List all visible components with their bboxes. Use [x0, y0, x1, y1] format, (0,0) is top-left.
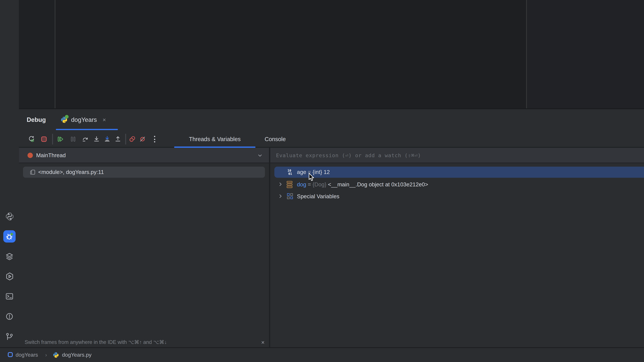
variable-row-age[interactable]: 1001 age = {int} 12	[270, 167, 644, 178]
tab-threads-variables-label: Threads & Variables	[189, 136, 241, 142]
step-over-icon[interactable]	[82, 136, 89, 142]
project-module-icon	[8, 352, 13, 357]
editor-area[interactable]	[19, 0, 644, 108]
variable-value: <__main__.Dog object at 0x103e212e0>	[328, 181, 428, 188]
special-variables-icon	[287, 193, 293, 199]
mouse-cursor	[308, 173, 315, 184]
close-icon[interactable]: ×	[103, 116, 106, 123]
stack-frame-label: <module>, dogYears.py:11	[38, 167, 104, 178]
chevron-right-icon[interactable]	[278, 181, 284, 188]
close-icon[interactable]: ×	[261, 337, 265, 348]
step-into-icon[interactable]	[93, 136, 100, 142]
tab-dogyears-label: dogYears	[71, 116, 97, 123]
editor-gutter	[19, 0, 55, 108]
tool-window-title: Debug	[27, 109, 46, 130]
status-bar: dogYears › dogYears.py	[0, 347, 644, 362]
version-control-icon[interactable]	[4, 331, 15, 343]
breadcrumb-file[interactable]: dogYears.py	[62, 348, 92, 362]
tab-threads-variables[interactable]: Threads & Variables	[174, 131, 256, 147]
stop-icon[interactable]	[40, 136, 47, 142]
python-file-icon	[60, 116, 68, 123]
chevron-down-icon[interactable]	[257, 153, 263, 160]
tab-console[interactable]: Console	[256, 131, 295, 147]
pause-icon[interactable]	[70, 136, 76, 142]
stack-frame-item[interactable]: <module>, dogYears.py:11	[23, 167, 265, 178]
debug-tool-window: Debug dogYears ×	[19, 108, 644, 347]
rerun-debugger-icon[interactable]	[28, 136, 34, 142]
variable-row-dog[interactable]: dog = {Dog} <__main__.Dog object at 0x10…	[270, 179, 644, 190]
tab-console-label: Console	[265, 136, 286, 142]
resume-icon[interactable]	[57, 136, 64, 142]
toolbar-separator	[125, 134, 126, 144]
evaluate-expression-input[interactable]: Evaluate expression (⏎) or add a watch (…	[276, 148, 421, 163]
frames-footer-hint: Switch frames from anywhere in the IDE w…	[25, 337, 167, 348]
tool-window-stripe	[0, 0, 19, 347]
debugger-icon[interactable]	[3, 230, 16, 243]
force-step-into-icon[interactable]	[104, 136, 110, 142]
view-breakpoints-icon[interactable]	[129, 136, 136, 142]
frames-variables-splitter[interactable]	[269, 148, 270, 348]
running-indicator-dot	[65, 115, 68, 118]
breadcrumb-project[interactable]: dogYears	[16, 348, 38, 362]
terminal-icon[interactable]	[4, 291, 15, 302]
editor-right-pane[interactable]	[527, 0, 644, 108]
variable-name: age	[297, 169, 306, 175]
mute-breakpoints-icon[interactable]	[139, 136, 146, 142]
tab-dogyears[interactable]: dogYears ×	[60, 109, 106, 130]
variable-name: dog	[297, 181, 306, 188]
services-icon[interactable]	[4, 271, 15, 282]
stack-frame-icon	[30, 169, 36, 177]
toolbar-separator	[52, 134, 53, 144]
python-file-icon	[52, 352, 59, 360]
thread-status-dot	[28, 153, 33, 158]
gutter-divider	[55, 0, 56, 108]
thread-selector[interactable]: MainThread	[36, 148, 66, 163]
object-icon	[286, 181, 293, 188]
breadcrumb-separator: ›	[45, 348, 47, 362]
chevron-right-icon[interactable]	[278, 193, 284, 200]
special-variables-group[interactable]: Special Variables	[270, 191, 644, 202]
pycharm-debugger-window: Debug dogYears ×	[0, 0, 644, 362]
structure-icon[interactable]	[4, 251, 15, 262]
more-options-icon[interactable]	[154, 136, 155, 142]
problems-icon[interactable]	[4, 311, 15, 322]
variable-value: 12	[324, 169, 330, 175]
panel-header-row: MainThread Evaluate expression (⏎) or ad…	[19, 148, 644, 163]
python-packages-icon[interactable]	[4, 211, 15, 222]
active-view-tab-indicator	[174, 146, 256, 148]
header-divider	[19, 163, 644, 163]
active-tab-indicator	[56, 129, 118, 130]
group-label: Special Variables	[297, 193, 340, 199]
step-out-icon[interactable]	[114, 136, 121, 142]
primitive-value-icon: 1001	[288, 169, 294, 176]
